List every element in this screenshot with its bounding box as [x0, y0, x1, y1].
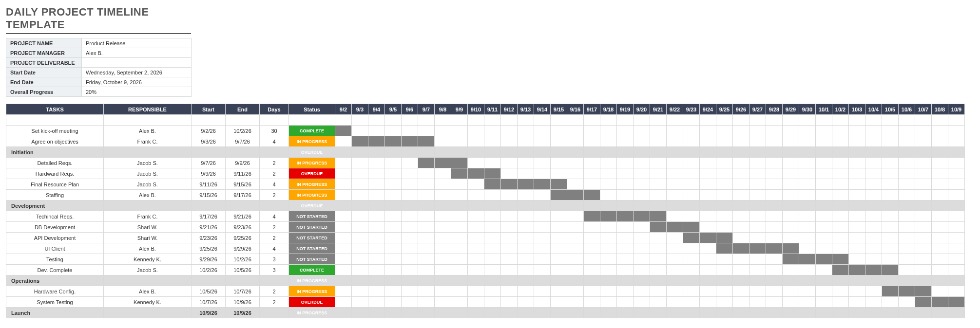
start-date[interactable]	[192, 147, 226, 158]
days[interactable]	[260, 200, 289, 211]
days[interactable]: 4	[260, 136, 289, 147]
status-badge[interactable]: NOT STARTED	[289, 233, 335, 243]
start-date[interactable]: 9/9/26	[192, 168, 226, 179]
task-name[interactable]: Staffing	[6, 190, 104, 200]
end-date[interactable]: 9/17/26	[226, 190, 260, 200]
meta-value[interactable]	[82, 58, 192, 68]
task-name[interactable]: Testing	[6, 254, 104, 265]
days[interactable]: 4	[260, 211, 289, 222]
end-date[interactable]: 10/7/26	[226, 286, 260, 297]
responsible[interactable]: Frank C.	[104, 211, 192, 222]
end-date[interactable]: 9/7/26	[226, 136, 260, 147]
responsible[interactable]	[104, 308, 192, 318]
meta-value[interactable]: Friday, October 9, 2026	[82, 77, 192, 87]
end-date[interactable]: 10/5/26	[226, 265, 260, 275]
responsible[interactable]: Jacob S.	[104, 265, 192, 275]
days[interactable]: 30	[260, 126, 289, 136]
end-date[interactable]: 9/25/26	[226, 233, 260, 243]
start-date[interactable]: 9/2/26	[192, 126, 226, 136]
status-badge[interactable]: OVERDUE	[289, 200, 335, 211]
task-name[interactable]: Techincal Reqs.	[6, 211, 104, 222]
meta-value[interactable]: Alex B.	[82, 48, 192, 58]
days[interactable]: 4	[260, 243, 289, 254]
end-date[interactable]: 9/21/26	[226, 211, 260, 222]
responsible[interactable]	[104, 147, 192, 158]
start-date[interactable]: 9/21/26	[192, 222, 226, 233]
responsible[interactable]: Alex B.	[104, 243, 192, 254]
task-name[interactable]: Launch	[6, 308, 104, 318]
start-date[interactable]: 10/7/26	[192, 297, 226, 308]
status-badge[interactable]: OVERDUE	[289, 168, 335, 179]
start-date[interactable]: 10/9/26	[192, 308, 226, 318]
responsible[interactable]	[104, 200, 192, 211]
end-date[interactable]	[226, 147, 260, 158]
task-name[interactable]: Final Resource Plan	[6, 179, 104, 190]
status-badge[interactable]: COMPLETE	[289, 265, 335, 275]
task-name[interactable]: API Development	[6, 233, 104, 243]
start-date[interactable]	[192, 200, 226, 211]
responsible[interactable]: Alex B.	[104, 190, 192, 200]
end-date[interactable]: 9/9/26	[226, 158, 260, 168]
task-name[interactable]: Hardware Config.	[6, 286, 104, 297]
responsible[interactable]: Kennedy K.	[104, 254, 192, 265]
end-date[interactable]: 10/2/26	[226, 126, 260, 136]
end-date[interactable]: 9/23/26	[226, 222, 260, 233]
status-badge[interactable]: IN PROGRESS	[289, 136, 335, 147]
task-name[interactable]: Initiation	[6, 147, 104, 158]
responsible[interactable]: Jacob S.	[104, 179, 192, 190]
status-badge[interactable]: NOT STARTED	[289, 243, 335, 254]
task-name[interactable]: DB Development	[6, 222, 104, 233]
task-name[interactable]: Hardward Reqs.	[6, 168, 104, 179]
end-date[interactable]: 10/9/26	[226, 308, 260, 318]
start-date[interactable]: 9/11/26	[192, 179, 226, 190]
responsible[interactable]: Shari W.	[104, 222, 192, 233]
status-badge[interactable]: IN PROGRESS	[289, 308, 335, 318]
task-name[interactable]: System Testing	[6, 297, 104, 308]
status-badge[interactable]: IN PROGRESS	[289, 275, 335, 286]
start-date[interactable]: 9/23/26	[192, 233, 226, 243]
status-badge[interactable]: IN PROGRESS	[289, 190, 335, 200]
status-badge[interactable]: NOT STARTED	[289, 222, 335, 233]
status-badge[interactable]: IN PROGRESS	[289, 158, 335, 168]
responsible[interactable]: Kennedy K.	[104, 297, 192, 308]
start-date[interactable]	[192, 275, 226, 286]
start-date[interactable]: 9/3/26	[192, 136, 226, 147]
task-name[interactable]: Development	[6, 200, 104, 211]
start-date[interactable]: 9/17/26	[192, 211, 226, 222]
status-badge[interactable]: COMPLETE	[289, 126, 335, 136]
status-badge[interactable]: IN PROGRESS	[289, 286, 335, 297]
status-badge[interactable]: NOT STARTED	[289, 254, 335, 265]
start-date[interactable]: 9/25/26	[192, 243, 226, 254]
responsible[interactable]: Jacob S.	[104, 158, 192, 168]
end-date[interactable]	[226, 275, 260, 286]
days[interactable]	[260, 275, 289, 286]
status-badge[interactable]: NOT STARTED	[289, 211, 335, 222]
days[interactable]	[260, 308, 289, 318]
task-name[interactable]: Operations	[6, 275, 104, 286]
days[interactable]: 2	[260, 190, 289, 200]
days[interactable]: 2	[260, 168, 289, 179]
responsible[interactable]	[104, 275, 192, 286]
end-date[interactable]: 9/15/26	[226, 179, 260, 190]
days[interactable]: 2	[260, 286, 289, 297]
meta-value[interactable]: Product Release	[82, 38, 192, 48]
task-name[interactable]: Set kick-off meeting	[6, 126, 104, 136]
responsible[interactable]: Jacob S.	[104, 168, 192, 179]
end-date[interactable]: 9/11/26	[226, 168, 260, 179]
days[interactable]: 3	[260, 254, 289, 265]
start-date[interactable]: 10/2/26	[192, 265, 226, 275]
status-badge[interactable]: IN PROGRESS	[289, 179, 335, 190]
days[interactable]: 2	[260, 222, 289, 233]
responsible[interactable]: Alex B.	[104, 126, 192, 136]
end-date[interactable]: 10/9/26	[226, 297, 260, 308]
start-date[interactable]: 10/5/26	[192, 286, 226, 297]
days[interactable]: 3	[260, 265, 289, 275]
task-name[interactable]: Agree on objectives	[6, 136, 104, 147]
start-date[interactable]: 9/29/26	[192, 254, 226, 265]
end-date[interactable]: 9/29/26	[226, 243, 260, 254]
start-date[interactable]: 9/7/26	[192, 158, 226, 168]
days[interactable]: 2	[260, 297, 289, 308]
task-name[interactable]: Detailed Reqs.	[6, 158, 104, 168]
days[interactable]	[260, 147, 289, 158]
status-badge[interactable]: OVERDUE	[289, 297, 335, 308]
